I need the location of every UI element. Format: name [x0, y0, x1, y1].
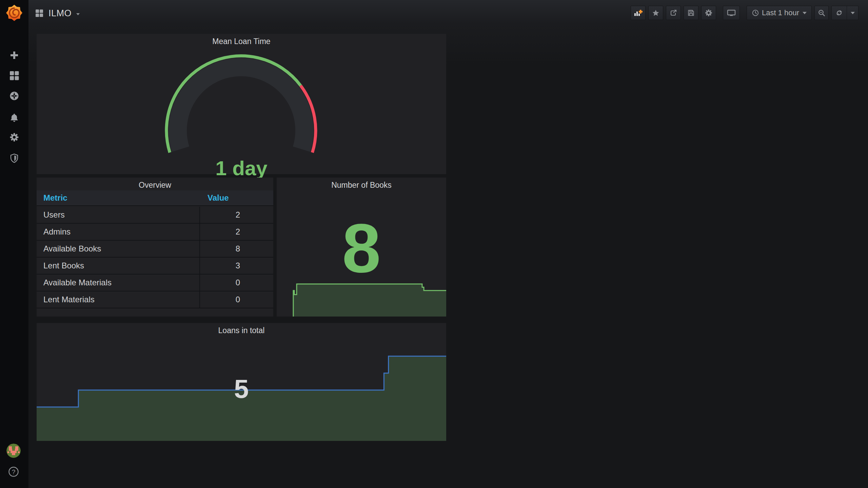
table-row: Lent Materials 0 [37, 291, 273, 308]
title-caret-icon [76, 13, 80, 15]
table-row: Lent Books 3 [37, 258, 273, 274]
time-range-caret-icon [803, 12, 807, 14]
stat-value: 5 [37, 375, 446, 402]
metric-cell: Available Books [37, 241, 199, 257]
gauge-value: 1 day [37, 157, 446, 180]
sidebar: ? [0, 0, 28, 488]
value-cell: 2 [199, 207, 273, 223]
gauge-chart [37, 34, 446, 174]
dashboards-grid-icon[interactable] [9, 70, 19, 81]
value-cell: 3 [199, 258, 273, 274]
dashboard-squares-icon [35, 9, 43, 17]
table-header-row: Metric Value [37, 190, 273, 206]
user-avatar[interactable] [6, 444, 21, 458]
metric-cell: Lent Books [37, 258, 199, 274]
refresh-icon [835, 9, 843, 17]
help-icon[interactable]: ? [8, 466, 19, 477]
refresh-interval-dropdown[interactable] [847, 6, 858, 20]
dashboard-title: ILMO [48, 8, 72, 19]
settings-gear-icon [705, 9, 713, 17]
navbar: ILMO [28, 0, 868, 26]
panel-mean-loan-time: Mean Loan Time 1 day Loan time [37, 34, 446, 174]
share-icon [670, 9, 677, 17]
panel-number-of-books: Number of Books 8 [277, 178, 446, 317]
time-range-picker[interactable]: Last 1 hour [747, 6, 812, 20]
column-header-metric[interactable]: Metric [37, 193, 200, 203]
configuration-gear-icon[interactable] [9, 132, 19, 142]
dashboard-title-menu[interactable]: ILMO [35, 0, 80, 26]
table-body: Users 2 Admins 2 Available Books 8 Lent … [37, 207, 273, 308]
add-panel-icon [634, 9, 643, 17]
table-row: Users 2 [37, 207, 273, 224]
zoom-out-time-button[interactable] [814, 6, 829, 20]
dashboard-settings-button[interactable] [701, 6, 716, 20]
column-header-value[interactable]: Value [200, 193, 273, 203]
create-plus-icon[interactable] [9, 50, 19, 60]
alerting-bell-icon[interactable] [9, 113, 19, 123]
clock-icon [752, 9, 759, 17]
star-icon [652, 9, 659, 17]
value-cell: 8 [199, 241, 273, 257]
save-icon [687, 9, 695, 17]
refresh-dashboard-button[interactable] [832, 6, 847, 20]
time-range-label: Last 1 hour [762, 8, 799, 17]
value-cell: 0 [199, 274, 273, 291]
star-dashboard-button[interactable] [648, 6, 663, 20]
svg-text:?: ? [12, 468, 16, 475]
share-dashboard-button[interactable] [666, 6, 681, 20]
grafana-logo[interactable] [6, 5, 22, 21]
table-row: Admins 2 [37, 224, 273, 241]
metric-cell: Lent Materials [37, 291, 199, 308]
table-row: Available Materials 0 [37, 274, 273, 291]
value-cell: 2 [199, 224, 273, 240]
metric-cell: Available Materials [37, 274, 199, 291]
metric-cell: Users [37, 207, 199, 223]
zoom-out-icon [818, 9, 825, 17]
cycle-view-mode-button[interactable] [723, 6, 740, 20]
explore-compass-icon[interactable] [9, 91, 19, 101]
cycle-view-monitor-icon [727, 9, 736, 17]
refresh-interval-caret-icon [851, 12, 855, 14]
panel-title[interactable]: Number of Books [277, 181, 446, 190]
metric-cell: Admins [37, 224, 199, 240]
toolbar: Last 1 hour [631, 6, 859, 20]
server-admin-shield-icon[interactable] [9, 153, 19, 163]
refresh-button-group [831, 6, 859, 20]
stat-value: 8 [277, 213, 446, 283]
value-cell: 0 [199, 291, 273, 308]
add-panel-button[interactable] [631, 6, 646, 20]
panel-title[interactable]: Loans in total [37, 326, 446, 335]
panel-overview-table: Overview Metric Value Users 2 Admins 2 A… [37, 178, 273, 317]
save-dashboard-button[interactable] [684, 6, 698, 20]
panel-loans-in-total: Loans in total 5 [37, 323, 446, 441]
panel-title[interactable]: Overview [37, 181, 273, 190]
table-row: Available Books 8 [37, 241, 273, 258]
